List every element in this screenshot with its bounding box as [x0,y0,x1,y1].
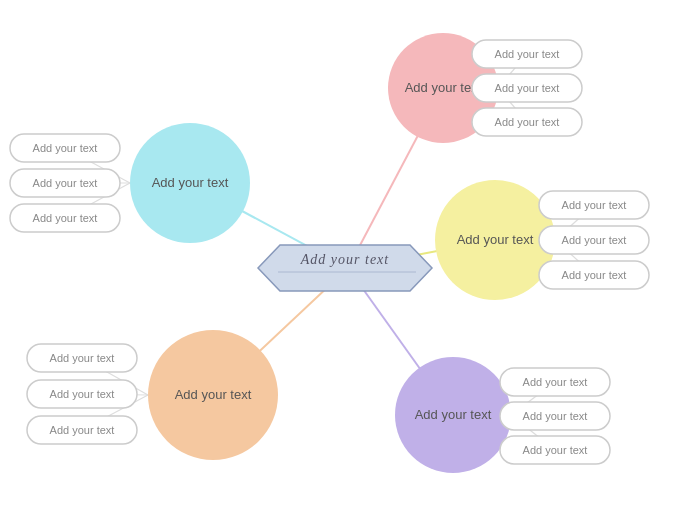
pill-l-3-label: Add your text [33,212,98,224]
pill-bl-1-label: Add your text [50,352,115,364]
top-right-label: Add your text [405,80,482,95]
center-label: Add your text [300,252,390,267]
pill-tr-2-label: Add your text [495,82,560,94]
pill-mr-1-label: Add your text [562,199,627,211]
pill-mr-2-label: Add your text [562,234,627,246]
bottom-left-label: Add your text [175,387,252,402]
pill-br-1-label: Add your text [523,376,588,388]
mid-right-label: Add your text [457,232,534,247]
pill-tr-3-label: Add your text [495,116,560,128]
pill-tr-1-label: Add your text [495,48,560,60]
pill-l-2-label: Add your text [33,177,98,189]
pill-mr-3-label: Add your text [562,269,627,281]
left-label: Add your text [152,175,229,190]
pill-l-1-label: Add your text [33,142,98,154]
pill-br-2-label: Add your text [523,410,588,422]
pill-bl-2-label: Add your text [50,388,115,400]
bottom-right-label: Add your text [415,407,492,422]
pill-bl-3-label: Add your text [50,424,115,436]
pill-br-3-label: Add your text [523,444,588,456]
